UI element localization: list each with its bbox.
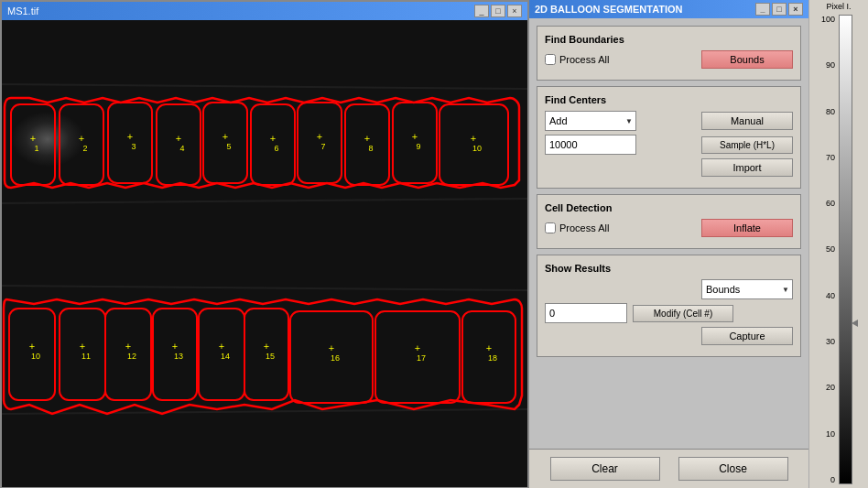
scale-bar bbox=[839, 15, 852, 484]
process-all-boundaries-label[interactable]: Process All bbox=[545, 54, 609, 65]
image-window: MS1.tif _ □ × bbox=[0, 0, 529, 488]
sample-button[interactable]: Sample (H*L) bbox=[701, 136, 793, 154]
add-dropdown[interactable]: Add Replace Delete bbox=[545, 111, 636, 131]
find-centers-section: Find Centers Add Replace Delete Manual S… bbox=[537, 86, 801, 189]
scale-80: 80 bbox=[809, 107, 835, 116]
scale-60: 60 bbox=[809, 199, 835, 208]
svg-line-2 bbox=[2, 286, 527, 290]
svg-text:+: + bbox=[80, 341, 85, 352]
capture-button[interactable]: Capture bbox=[701, 327, 793, 345]
find-centers-row2: Sample (H*L) bbox=[545, 135, 793, 155]
svg-text:17: 17 bbox=[417, 353, 426, 363]
svg-line-0 bbox=[2, 84, 527, 89]
centers-input[interactable] bbox=[545, 135, 636, 155]
svg-text:16: 16 bbox=[331, 353, 340, 363]
process-all-detection-checkbox[interactable] bbox=[545, 222, 556, 233]
find-boundaries-section: Find Boundaries Process All Bounds bbox=[537, 26, 801, 81]
pixel-intensity-label: Pixel I. bbox=[826, 2, 851, 11]
bottom-bar: Clear Close bbox=[529, 449, 808, 488]
process-all-boundaries-checkbox[interactable] bbox=[545, 54, 556, 65]
show-results-row3: Capture bbox=[545, 327, 793, 345]
control-minimize-button[interactable]: _ bbox=[755, 3, 770, 16]
show-results-section: Show Results Bounds Centers Both Modify … bbox=[537, 255, 801, 357]
clear-button[interactable]: Clear bbox=[550, 457, 660, 481]
inflate-button[interactable]: Inflate bbox=[701, 219, 793, 237]
maximize-button[interactable]: □ bbox=[491, 5, 505, 17]
svg-text:3: 3 bbox=[131, 142, 136, 151]
results-select-wrapper[interactable]: Bounds Centers Both bbox=[701, 279, 793, 299]
control-panel-title: 2D BALLOON SEGMENTATION bbox=[535, 4, 683, 15]
control-window-controls[interactable]: _ □ × bbox=[755, 3, 803, 16]
svg-text:+: + bbox=[264, 341, 269, 352]
scale-20: 20 bbox=[809, 383, 835, 392]
add-select-wrapper[interactable]: Add Replace Delete bbox=[545, 111, 636, 131]
pixel-intensity-panel: Pixel I. 100 90 80 70 60 50 40 30 20 10 … bbox=[808, 0, 868, 488]
manual-button[interactable]: Manual bbox=[701, 112, 793, 130]
svg-text:+: + bbox=[125, 341, 131, 352]
svg-text:8: 8 bbox=[368, 144, 373, 153]
cell-detection-section: Cell Detection Process All Inflate bbox=[537, 194, 801, 249]
cell-detection-title: Cell Detection bbox=[545, 202, 793, 213]
svg-text:10: 10 bbox=[472, 144, 482, 153]
import-button[interactable]: Import bbox=[701, 158, 793, 177]
svg-text:+: + bbox=[219, 341, 224, 352]
right-panel: 2D BALLOON SEGMENTATION _ □ × Find Bound… bbox=[529, 0, 868, 488]
cell-overlay: + 1 + 2 + 3 + 4 + 5 + 6 + 7 + 8 + 9 bbox=[2, 20, 527, 487]
svg-text:10: 10 bbox=[31, 352, 40, 361]
find-centers-row1: Add Replace Delete Manual bbox=[545, 111, 793, 131]
show-results-row1: Bounds Centers Both bbox=[545, 279, 793, 299]
process-all-detection-text: Process All bbox=[559, 222, 609, 233]
modify-button[interactable]: Modify (Cell #) bbox=[633, 305, 733, 322]
close-image-button[interactable]: × bbox=[507, 5, 522, 17]
find-boundaries-title: Find Boundaries bbox=[545, 34, 793, 45]
cell-detection-row: Process All Inflate bbox=[545, 219, 793, 237]
svg-text:+: + bbox=[471, 133, 476, 144]
svg-text:+: + bbox=[415, 342, 420, 353]
svg-text:+: + bbox=[30, 133, 36, 144]
svg-text:5: 5 bbox=[226, 142, 231, 151]
svg-rect-10 bbox=[298, 103, 342, 183]
svg-line-3 bbox=[2, 409, 527, 414]
find-boundaries-row: Process All Bounds bbox=[545, 50, 793, 69]
scale-50: 50 bbox=[809, 244, 835, 254]
control-title-bar: 2D BALLOON SEGMENTATION _ □ × bbox=[529, 0, 808, 18]
svg-text:+: + bbox=[412, 131, 418, 142]
control-maximize-button[interactable]: □ bbox=[772, 3, 787, 16]
show-results-row2: Modify (Cell #) bbox=[545, 303, 793, 323]
scale-100: 100 bbox=[809, 15, 835, 24]
svg-rect-11 bbox=[345, 104, 389, 185]
minimize-button[interactable]: _ bbox=[474, 5, 489, 17]
close-button[interactable]: Close bbox=[678, 457, 788, 481]
bounds-button[interactable]: Bounds bbox=[701, 50, 793, 69]
show-results-title: Show Results bbox=[545, 263, 793, 274]
svg-text:+: + bbox=[172, 341, 178, 352]
svg-rect-5 bbox=[60, 104, 103, 185]
results-dropdown[interactable]: Bounds Centers Both bbox=[701, 279, 793, 299]
find-centers-title: Find Centers bbox=[545, 94, 793, 105]
control-close-button[interactable]: × bbox=[788, 3, 803, 16]
image-title-bar: MS1.tif _ □ × bbox=[2, 2, 527, 20]
svg-rect-9 bbox=[251, 104, 295, 185]
scale-gradient bbox=[839, 15, 852, 484]
svg-text:13: 13 bbox=[174, 352, 183, 361]
svg-text:15: 15 bbox=[266, 352, 275, 361]
scale-0: 0 bbox=[809, 475, 835, 484]
image-window-controls[interactable]: _ □ × bbox=[474, 5, 522, 17]
svg-text:9: 9 bbox=[416, 142, 420, 151]
main-controls: 2D BALLOON SEGMENTATION _ □ × Find Bound… bbox=[529, 0, 808, 488]
scale-30: 30 bbox=[809, 337, 835, 346]
image-title: MS1.tif bbox=[7, 5, 38, 16]
find-centers-row3: Import bbox=[545, 158, 793, 177]
svg-line-1 bbox=[2, 199, 527, 203]
svg-text:4: 4 bbox=[179, 144, 184, 153]
process-all-detection-label[interactable]: Process All bbox=[545, 222, 609, 233]
svg-text:+: + bbox=[317, 131, 322, 142]
scale-indicator bbox=[852, 320, 858, 327]
svg-text:+: + bbox=[329, 342, 334, 353]
svg-text:+: + bbox=[486, 342, 492, 353]
svg-rect-6 bbox=[108, 103, 152, 183]
svg-text:2: 2 bbox=[82, 144, 87, 153]
cell-number-input[interactable] bbox=[545, 303, 627, 323]
svg-text:+: + bbox=[29, 341, 35, 352]
scale-40: 40 bbox=[809, 291, 835, 300]
